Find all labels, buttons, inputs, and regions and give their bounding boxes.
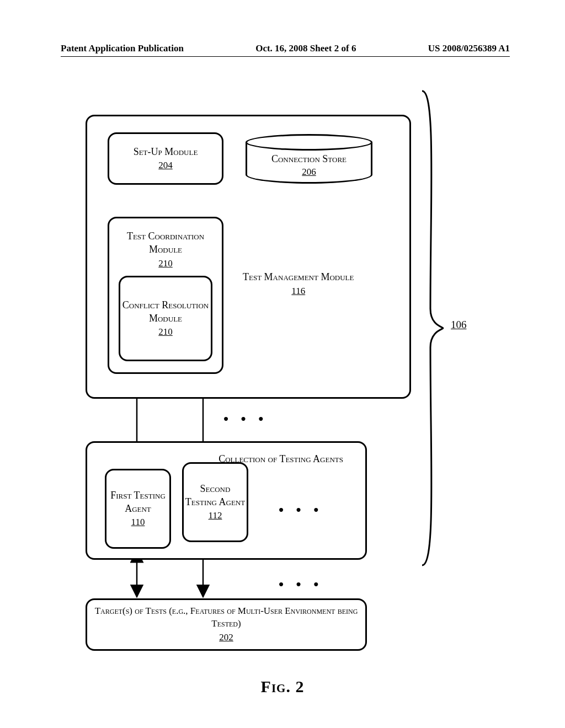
second-testing-agent-label: Second Testing Agent xyxy=(184,482,247,509)
second-testing-agent-box: Second Testing Agent 112 xyxy=(182,462,248,542)
connection-store-label: Connection Store xyxy=(271,153,347,164)
test-targets-ref: 202 xyxy=(219,631,233,644)
conflict-resolution-module-box: Conflict Resolution Module 210 xyxy=(119,276,212,361)
test-management-module-ref: 116 xyxy=(291,286,305,296)
first-testing-agent-ref: 110 xyxy=(131,516,145,529)
connection-store-cylinder: Connection Store 206 xyxy=(246,134,372,184)
ellipsis-icon: • • • xyxy=(279,576,323,593)
test-coordination-module-ref: 210 xyxy=(158,258,173,270)
first-testing-agent-label: First Testing Agent xyxy=(106,489,169,516)
system-ref-label: 106 xyxy=(451,319,467,331)
connection-store-ref: 206 xyxy=(302,167,316,177)
conflict-resolution-module-ref: 210 xyxy=(158,326,173,339)
second-testing-agent-ref: 112 xyxy=(209,510,222,522)
test-targets-label: Target(s) of Tests (e.g., Features of Mu… xyxy=(87,605,365,630)
test-management-module-label: Test Management Module xyxy=(243,271,354,282)
first-testing-agent-box: First Testing Agent 110 xyxy=(105,469,171,549)
setup-module-ref: 204 xyxy=(158,159,173,172)
ellipsis-icon: • • • xyxy=(223,411,268,427)
conflict-resolution-module-label: Conflict Resolution Module xyxy=(120,298,211,325)
test-targets-box: Target(s) of Tests (e.g., Features of Mu… xyxy=(86,598,367,651)
ellipsis-icon: • • • xyxy=(279,502,323,518)
setup-module-label: Set-Up Module xyxy=(134,145,198,158)
curly-brace-icon xyxy=(417,88,444,568)
test-coordination-module-label: Test Coordination Module xyxy=(109,229,222,256)
diagram-figure: Set-Up Module 204 Connection Store 206 T… xyxy=(0,0,565,728)
setup-module-box: Set-Up Module 204 xyxy=(108,132,223,185)
test-management-module-label-block: Test Management Module 116 xyxy=(243,270,354,298)
figure-label: Fig. 2 xyxy=(0,677,565,696)
